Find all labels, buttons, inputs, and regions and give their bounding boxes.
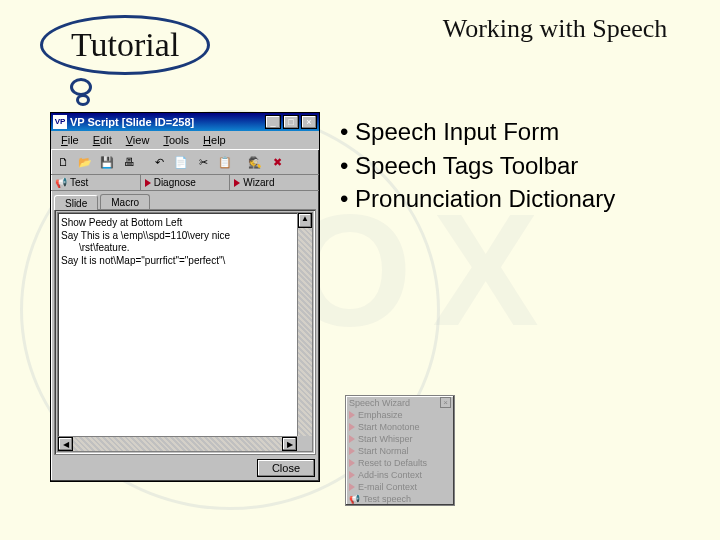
play-icon — [349, 423, 355, 431]
delete-agent-icon[interactable]: ✖ — [267, 152, 287, 172]
speech-wizard-toolbar[interactable]: Speech Wizard × Emphasize Start Monotone… — [345, 395, 455, 506]
scroll-left-icon[interactable]: ◀ — [58, 437, 73, 451]
play-icon — [349, 411, 355, 419]
vertical-scrollbar[interactable]: ▲ ▼ — [297, 213, 312, 451]
bullet-item: Pronunciation Dictionary — [340, 182, 710, 216]
maximize-button[interactable]: □ — [283, 115, 299, 129]
bullet-item: Speech Input Form — [340, 115, 710, 149]
play-icon — [145, 179, 151, 187]
dialog-button-bar: Close — [51, 455, 319, 481]
wizard-item-label: Start Whisper — [358, 434, 413, 444]
close-button[interactable]: Close — [257, 459, 315, 477]
wizard-title-label: Speech Wizard — [349, 398, 410, 408]
wizard-item[interactable]: Emphasize — [346, 409, 454, 421]
scroll-right-icon[interactable]: ▶ — [282, 437, 297, 451]
copy-icon[interactable]: 📄 — [171, 152, 191, 172]
menu-edit[interactable]: Edit — [87, 133, 118, 147]
titlebar[interactable]: VP VP Script [Slide ID=258] _ □ × — [51, 113, 319, 131]
scroll-track[interactable] — [73, 437, 282, 451]
undo-icon[interactable]: ↶ — [149, 152, 169, 172]
wizard-item-label: Test speech — [363, 494, 411, 504]
play-icon — [349, 471, 355, 479]
script-line: Say This is a \emp\\spd=110\very nice — [61, 230, 309, 243]
script-line: \rst\feature. — [61, 242, 309, 255]
script-line: Say It is not\Map="purrfict"="perfect"\ — [61, 255, 309, 268]
save-icon[interactable]: 💾 — [97, 152, 117, 172]
tutorial-bubble: Tutorial — [40, 15, 210, 75]
page-title: Working with Speech — [430, 15, 680, 44]
wizard-item[interactable]: Start Normal — [346, 445, 454, 457]
minimize-button[interactable]: _ — [265, 115, 281, 129]
wizard-item-label: Start Normal — [358, 446, 409, 456]
speaker-icon: 📢 — [55, 177, 67, 188]
close-icon[interactable]: × — [440, 397, 451, 408]
wizard-item-label: Start Monotone — [358, 422, 420, 432]
wizard-item[interactable]: Start Monotone — [346, 421, 454, 433]
action-toolbar: 📢 Test Diagnose Wizard — [51, 175, 319, 191]
diagnose-label: Diagnose — [154, 177, 196, 188]
wizard-title[interactable]: Speech Wizard × — [346, 396, 454, 409]
cut-icon[interactable]: ✂ — [193, 152, 213, 172]
diagnose-button[interactable]: Diagnose — [141, 175, 231, 190]
tab-slide[interactable]: Slide — [54, 195, 98, 210]
wizard-item-label: Emphasize — [358, 410, 403, 420]
bubble-tail — [70, 78, 100, 108]
script-line: Show Peedy at Bottom Left — [61, 217, 309, 230]
test-button[interactable]: 📢 Test — [51, 175, 141, 190]
test-label: Test — [70, 177, 88, 188]
horizontal-scrollbar[interactable]: ◀ ▶ — [58, 436, 297, 451]
scroll-up-icon[interactable]: ▲ — [298, 213, 312, 228]
toolbar: 🗋 📂 💾 🖶 ↶ 📄 ✂ 📋 🕵 ✖ — [51, 149, 319, 175]
toolbar-separator — [237, 152, 243, 172]
menu-file[interactable]: File — [55, 133, 85, 147]
wizard-label: Wizard — [243, 177, 274, 188]
play-icon — [349, 447, 355, 455]
new-icon[interactable]: 🗋 — [53, 152, 73, 172]
wizard-item-label: Add-ins Context — [358, 470, 422, 480]
script-editor[interactable]: Show Peedy at Bottom Left Say This is a … — [57, 212, 313, 452]
tab-strip: Slide Macro — [51, 194, 319, 209]
vp-script-window: VP VP Script [Slide ID=258] _ □ × File E… — [50, 112, 320, 482]
speaker-icon: 📢 — [349, 494, 360, 504]
wizard-item[interactable]: Reset to Defaults — [346, 457, 454, 469]
wizard-item[interactable]: E-mail Context — [346, 481, 454, 493]
play-icon — [234, 179, 240, 187]
wizard-item-label: Reset to Defaults — [358, 458, 427, 468]
wizard-item[interactable]: Add-ins Context — [346, 469, 454, 481]
play-icon — [349, 483, 355, 491]
tab-macro[interactable]: Macro — [100, 194, 150, 209]
menu-help[interactable]: Help — [197, 133, 232, 147]
print-icon[interactable]: 🖶 — [119, 152, 139, 172]
close-window-button[interactable]: × — [301, 115, 317, 129]
menu-view[interactable]: View — [120, 133, 156, 147]
open-icon[interactable]: 📂 — [75, 152, 95, 172]
app-icon: VP — [53, 115, 67, 129]
menu-tools[interactable]: Tools — [157, 133, 195, 147]
bullet-item: Speech Tags Toolbar — [340, 149, 710, 183]
wizard-item[interactable]: 📢Test speech — [346, 493, 454, 505]
editor-frame: Show Peedy at Bottom Left Say This is a … — [54, 209, 316, 455]
paste-icon[interactable]: 📋 — [215, 152, 235, 172]
scroll-corner — [297, 436, 312, 451]
wizard-item-label: E-mail Context — [358, 482, 417, 492]
wizard-button[interactable]: Wizard — [230, 175, 319, 190]
play-icon — [349, 459, 355, 467]
scroll-track[interactable] — [298, 228, 312, 436]
menubar: File Edit View Tools Help — [51, 131, 319, 149]
toolbar-separator — [141, 152, 147, 172]
window-title: VP Script [Slide ID=258] — [70, 116, 263, 128]
bullet-list: Speech Input Form Speech Tags Toolbar Pr… — [340, 115, 710, 216]
wizard-item[interactable]: Start Whisper — [346, 433, 454, 445]
play-icon — [349, 435, 355, 443]
agent-icon[interactable]: 🕵 — [245, 152, 265, 172]
